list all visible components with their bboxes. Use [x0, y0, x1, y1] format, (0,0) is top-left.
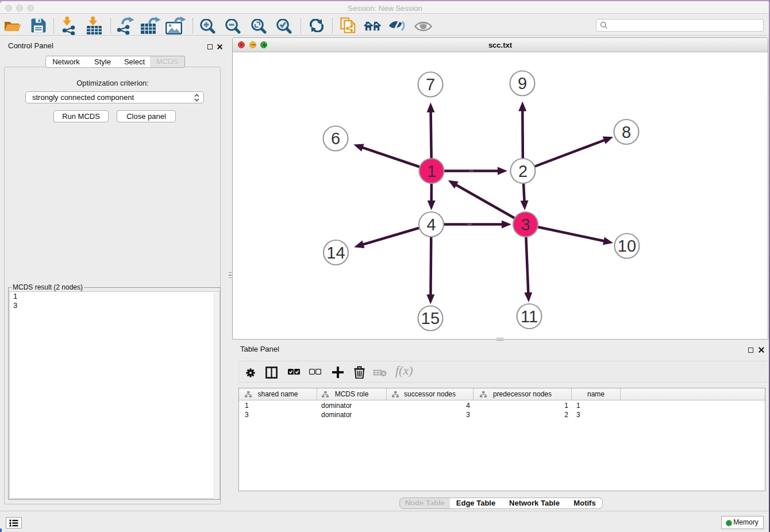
- svg-text:11: 11: [521, 307, 538, 326]
- svg-text:9: 9: [518, 74, 527, 92]
- svg-text:2: 2: [518, 162, 528, 180]
- svg-text:8: 8: [622, 123, 631, 141]
- svg-text:15: 15: [421, 309, 440, 327]
- svg-text:3: 3: [521, 215, 530, 234]
- svg-text:7: 7: [426, 75, 435, 94]
- svg-text:4: 4: [426, 215, 436, 234]
- svg-text:1: 1: [427, 162, 436, 180]
- svg-text:6: 6: [331, 129, 340, 148]
- svg-text:14: 14: [326, 244, 345, 262]
- svg-text:10: 10: [618, 237, 636, 255]
